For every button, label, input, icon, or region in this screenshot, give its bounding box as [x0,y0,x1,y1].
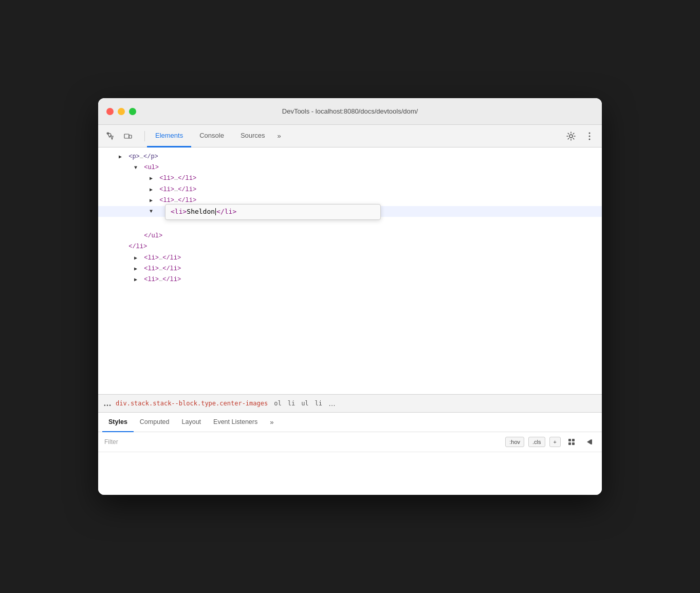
more-tabs-button[interactable]: » [273,130,285,142]
styles-tab-styles[interactable]: Styles [102,413,134,432]
triangle-li-5[interactable]: ▶ [134,265,140,273]
breadcrumb-tag-ol[interactable]: ol [274,400,281,407]
breadcrumb-tag-li2[interactable]: li [315,400,322,407]
svg-rect-7 [568,439,571,441]
svg-rect-1 [124,134,129,138]
dom-line-li-1[interactable]: ▶ <li>…</li> [98,173,602,184]
dom-tag-li-6: <li> [144,276,159,283]
dom-tag-li-close: </li> [128,243,147,250]
close-button[interactable] [106,108,114,115]
styles-panel: Styles Computed Layout Event Listeners »… [98,413,602,495]
triangle-li-6[interactable]: ▶ [134,276,140,284]
dom-tag-li-4: <li> [144,254,159,262]
breadcrumb-dots[interactable]: … [103,399,112,408]
toolbar-tabs: Elements Console Sources » [147,125,563,147]
toolbar-icons [102,128,136,144]
dom-line-li-2[interactable]: ▶ <li>…</li> [98,184,602,195]
force-element-state-button[interactable] [565,435,578,449]
svg-marker-11 [587,439,591,444]
dom-line-li-4[interactable]: ▶ <li>…</li> [98,253,602,264]
edit-tag-open: <li> [171,208,187,215]
dom-line-ul-close[interactable]: ▶ </ul> [98,217,602,242]
tab-console[interactable]: Console [191,125,232,147]
svg-point-6 [589,138,591,140]
breadcrumb-tag-ul[interactable]: ul [301,400,308,407]
triangle-li-3[interactable]: ▶ [150,197,156,205]
cls-button[interactable]: .cls [528,437,545,447]
tab-sources[interactable]: Sources [232,125,273,147]
triangle-li-2[interactable]: ▶ [150,186,156,194]
devtools-toolbar: Elements Console Sources » [98,125,602,147]
styles-tab-layout[interactable]: Layout [176,413,208,432]
title-bar: DevTools - localhost:8080/docs/devtools/… [98,98,602,125]
inline-edit-popup[interactable]: <li>Sheldon</li> [165,204,381,220]
triangle-li-1[interactable]: ▶ [150,175,156,183]
breadcrumb-tag-li1[interactable]: li [288,400,295,407]
dom-tag-li-1: <li> [159,175,174,182]
device-toolbar-button[interactable] [120,128,136,144]
svg-point-5 [589,135,591,137]
styles-tab-event-listeners[interactable]: Event Listeners [207,413,264,432]
toggle-sidebar-button[interactable] [582,435,596,449]
dom-tag-li-2: <li> [159,186,174,193]
window-title: DevTools - localhost:8080/docs/devtools/… [282,107,418,115]
dom-line-li-6[interactable]: ▶ <li>…</li> [98,274,602,285]
dom-line-li-sheldon[interactable]: ▼ <li>Sheldon</li> [98,206,602,217]
triangle-li-4[interactable]: ▶ [134,254,140,263]
styles-tabs: Styles Computed Layout Event Listeners » [98,413,602,432]
dom-line-li-5[interactable]: ▶ <li>…</li> [98,264,602,274]
dom-tag-li-3: <li> [159,197,174,204]
filter-input[interactable] [104,438,501,446]
dom-tag-p: <p> [128,153,140,160]
minimize-button[interactable] [118,108,125,115]
breadcrumb-bar: … div.stack.stack--block.type.center-ima… [98,394,602,413]
add-rule-button[interactable]: + [549,437,561,447]
tab-elements[interactable]: Elements [147,125,191,147]
toolbar-right [563,128,598,144]
window-controls [106,108,136,115]
svg-rect-10 [572,442,575,445]
svg-rect-2 [129,135,132,138]
dom-line-li-close[interactable]: ▶ </li> [98,242,602,252]
settings-button[interactable] [563,128,579,144]
cursor [215,208,216,215]
triangle-li-sheldon[interactable]: ▼ [150,208,156,216]
svg-rect-9 [568,442,571,445]
maximize-button[interactable] [129,108,136,115]
dom-tag-ul-close: </ul> [144,232,162,239]
triangle-p[interactable]: ▶ [119,153,125,161]
hov-button[interactable]: :hov [505,437,524,447]
svg-rect-12 [591,439,592,444]
filter-bar: :hov .cls + [98,432,602,452]
dom-line-p[interactable]: ▶ <p>…</p> [98,152,602,162]
inspect-element-button[interactable] [102,128,119,144]
edit-content: Sheldon [187,208,215,215]
dom-tag-ul-open: <ul> [144,164,159,171]
svg-point-4 [589,132,591,134]
dom-line-ul-open[interactable]: ▼ <ul> [98,162,602,173]
breadcrumb-more[interactable]: … [328,399,336,407]
breadcrumb-path[interactable]: div.stack.stack--block.type.center-image… [116,400,268,407]
dom-tree-area: ▶ <p>…</p> ▼ <ul> ▶ <li>…</li> ▶ <li>…</… [98,147,602,394]
toolbar-separator [144,131,145,141]
styles-tab-computed[interactable]: Computed [134,413,176,432]
more-styles-tabs-button[interactable]: » [266,416,278,428]
edit-tag-close: </li> [216,208,236,215]
triangle-ul[interactable]: ▼ [134,164,140,172]
more-options-button[interactable] [581,128,598,144]
svg-rect-8 [572,439,575,441]
devtools-window: DevTools - localhost:8080/docs/devtools/… [98,98,602,495]
svg-point-3 [569,135,573,138]
dom-tag-li-5: <li> [144,265,159,272]
